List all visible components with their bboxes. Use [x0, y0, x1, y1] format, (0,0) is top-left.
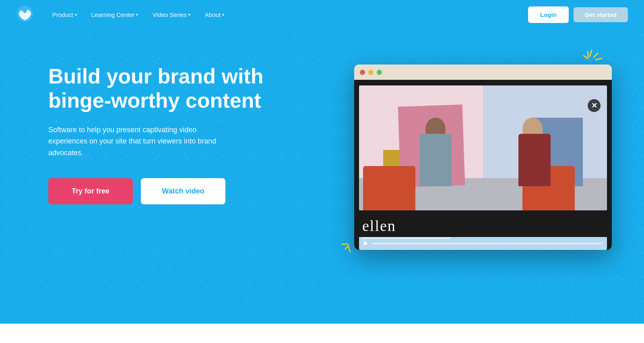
person-right	[510, 106, 567, 186]
chevron-down-icon: ▾	[75, 12, 77, 17]
watch-video-button[interactable]: Watch video	[141, 178, 225, 204]
person-left	[411, 106, 468, 186]
chevron-down-icon: ▾	[136, 12, 138, 17]
browser-titlebar	[354, 64, 612, 80]
browser-dot-yellow	[368, 70, 374, 75]
browser-dot-red	[360, 70, 365, 75]
bottom-strip	[0, 324, 644, 343]
chevron-down-icon: ▾	[188, 12, 190, 17]
video-controls[interactable]	[359, 237, 607, 250]
browser-frame: ✕	[354, 64, 612, 250]
get-started-button[interactable]: Get started	[574, 7, 628, 22]
hero-section: Product ▾ Learning Center ▾ Video Series…	[0, 0, 644, 343]
nav-item-learning-center[interactable]: Learning Center ▾	[86, 8, 144, 21]
person-right-body	[518, 134, 551, 186]
chair-left	[363, 166, 415, 210]
svg-line-3	[596, 58, 602, 60]
person-left-body	[419, 134, 452, 186]
nav-item-product[interactable]: Product ▾	[47, 8, 83, 21]
svg-line-1	[590, 50, 592, 56]
signature-area: ellen	[362, 217, 604, 239]
nav-item-video-series[interactable]: Video Series ▾	[147, 8, 196, 21]
svg-line-8	[342, 244, 348, 244]
play-triangle	[364, 241, 368, 246]
hero-headline: Build your brand with binge-worthy conte…	[48, 64, 274, 113]
hero-left: Build your brand with binge-worthy conte…	[48, 64, 274, 204]
login-button[interactable]: Login	[528, 6, 569, 23]
logo[interactable]	[16, 5, 47, 24]
browser-dot-green	[377, 70, 382, 75]
navbar: Product ▾ Learning Center ▾ Video Series…	[0, 0, 644, 29]
close-button[interactable]: ✕	[588, 99, 601, 112]
nav-right: Login Get started	[528, 6, 628, 23]
video-progress-bar[interactable]	[372, 243, 603, 244]
svg-line-5	[584, 56, 588, 58]
hero-subtext: Software to help you present captivating…	[48, 124, 233, 159]
nav-item-about[interactable]: About ▾	[199, 8, 230, 21]
browser-content: ✕	[354, 80, 612, 250]
video-player[interactable]	[359, 85, 607, 210]
hero-right-mockup: ✕	[346, 40, 620, 266]
try-for-free-button[interactable]: Try for free	[48, 178, 133, 204]
svg-line-2	[594, 53, 598, 57]
video-scene	[359, 85, 607, 210]
svg-line-4	[588, 52, 588, 57]
signature-underline	[362, 238, 451, 239]
hero-buttons: Try for free Watch video	[48, 178, 274, 204]
chevron-down-icon: ▾	[222, 12, 224, 17]
svg-line-6	[348, 246, 350, 252]
signature-text: ellen	[362, 217, 604, 235]
play-icon[interactable]	[363, 241, 369, 246]
nav-links: Product ▾ Learning Center ▾ Video Series…	[47, 8, 528, 21]
